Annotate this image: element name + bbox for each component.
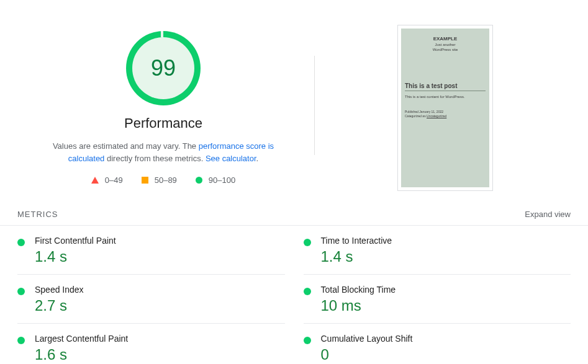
metric-tbt[interactable]: Total Blocking Time 10 ms <box>304 275 571 324</box>
metrics-heading: METRICS <box>17 210 58 219</box>
page-screenshot-thumbnail: EXAMPLE Just another WordPress site This… <box>397 25 493 191</box>
thumb-post-content: This is a test content for WordPress. <box>405 95 486 99</box>
metric-value: 0 <box>321 346 413 363</box>
performance-score-section: 99 Performance Values are estimated and … <box>12 6 314 191</box>
metric-value: 1.4 s <box>35 248 116 265</box>
metric-lcp[interactable]: Largest Contentful Paint 1.6 s <box>17 324 285 364</box>
score-label: Performance <box>124 115 202 131</box>
legend-mid-label: 50–89 <box>155 175 177 185</box>
metric-name: Speed Index <box>35 285 84 295</box>
score-value: 99 <box>151 55 176 81</box>
metrics-grid: First Contentful Paint 1.4 s Time to Int… <box>0 226 588 364</box>
thumb-tagline-2: WordPress site <box>405 48 486 51</box>
legend-high: 90–100 <box>196 175 235 185</box>
thumb-category: Uncategorized <box>427 114 446 118</box>
legend-mid: 50–89 <box>142 175 177 185</box>
thumb-published: Published January 11, 2022 <box>405 110 486 114</box>
expand-view-button[interactable]: Expand view <box>525 210 571 219</box>
metric-value: 10 ms <box>321 297 396 314</box>
status-dot-icon <box>17 239 25 246</box>
status-dot-icon <box>304 337 311 344</box>
triangle-icon <box>91 177 99 184</box>
metric-value: 2.7 s <box>35 297 84 314</box>
status-dot-icon <box>17 288 25 295</box>
thumb-tagline-1: Just another <box>405 43 486 47</box>
metric-value: 1.6 s <box>35 346 128 363</box>
metric-name: Cumulative Layout Shift <box>321 334 413 344</box>
score-legend: 0–49 50–89 90–100 <box>91 175 235 185</box>
metric-name: Largest Contentful Paint <box>35 334 128 344</box>
thumb-post-meta: Published January 11, 2022 Categorized a… <box>405 110 486 118</box>
metric-tti[interactable]: Time to Interactive 1.4 s <box>304 226 571 275</box>
circle-icon <box>196 177 202 184</box>
legend-low: 0–49 <box>91 175 123 185</box>
metric-name: Total Blocking Time <box>321 285 396 295</box>
thumb-cat-prefix: Categorized as <box>405 114 427 118</box>
status-dot-icon <box>17 337 25 344</box>
score-disclaimer: Values are estimated and may vary. The p… <box>39 140 287 164</box>
metric-name: Time to Interactive <box>321 236 392 246</box>
legend-low-label: 0–49 <box>105 175 123 185</box>
disclaimer-text-middle: directly from these metrics. <box>104 154 206 163</box>
status-dot-icon <box>304 239 311 246</box>
metric-cls[interactable]: Cumulative Layout Shift 0 <box>304 324 571 364</box>
score-gauge: 99 <box>126 31 201 105</box>
metric-fcp[interactable]: First Contentful Paint 1.4 s <box>17 226 285 275</box>
legend-high-label: 90–100 <box>209 175 235 185</box>
thumb-site-title: EXAMPLE <box>405 36 486 42</box>
disclaimer-text-prefix: Values are estimated and may vary. The <box>53 141 199 151</box>
thumb-post-title: This is a test post <box>405 82 486 91</box>
square-icon <box>142 177 148 184</box>
status-dot-icon <box>304 288 311 295</box>
link-see-calculator[interactable]: See calculator <box>206 154 256 163</box>
metric-si[interactable]: Speed Index 2.7 s <box>17 275 285 324</box>
metric-name: First Contentful Paint <box>35 236 116 246</box>
metric-value: 1.4 s <box>321 248 392 265</box>
